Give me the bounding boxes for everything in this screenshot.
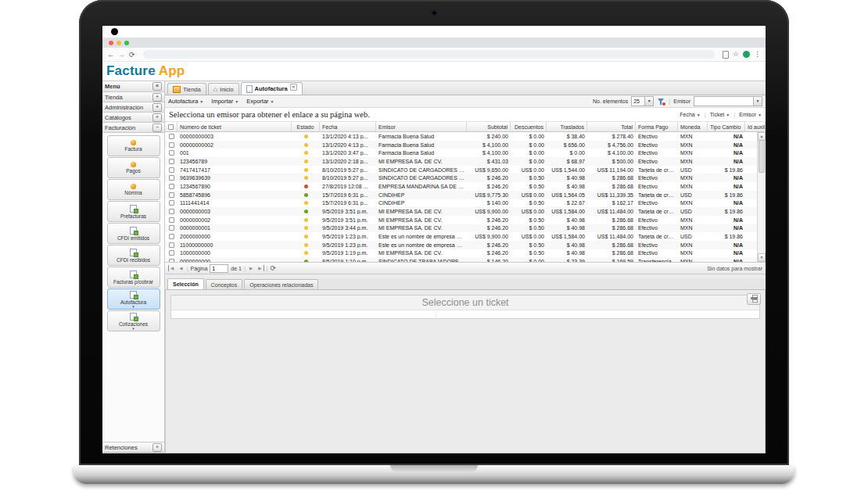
table-row[interactable]: 12345678913/1/2020 2:18 p...MI EMPRESA S…: [165, 157, 757, 166]
table-row[interactable]: 585874589615/7/2019 6:31 p...CINDIHEPUS$…: [165, 191, 757, 199]
bookmark-star-icon[interactable]: ☆: [733, 51, 739, 58]
select-all-checkbox[interactable]: [165, 122, 178, 131]
tab-autofactura[interactable]: Autofactura×: [241, 82, 303, 95]
sidebar-item-nomina[interactable]: Nómina: [107, 179, 160, 200]
table-row[interactable]: 74174174178/10/2019 5:27 p...SINDICATO D…: [165, 166, 757, 174]
row-checkbox[interactable]: [165, 184, 178, 189]
menu-exportar[interactable]: Exportar▼: [246, 98, 274, 105]
toggle-icon[interactable]: +: [152, 113, 162, 122]
page-number-input[interactable]: [210, 264, 228, 273]
clear-filter-icon[interactable]: [657, 98, 665, 106]
sidebar-section-retenciones[interactable]: Retenciones +: [102, 442, 164, 453]
menu-autofactura[interactable]: Autofactura▼: [168, 98, 203, 105]
tab-tienda[interactable]: Tienda: [167, 83, 206, 95]
tab-operaciones-relacionadas[interactable]: Operaciones relacionadas: [244, 279, 318, 289]
sidebar-item-facturas-p-cobrar[interactable]: Facturas p/cobrar: [107, 267, 160, 288]
toggle-icon[interactable]: +: [152, 93, 162, 102]
column-header-emisor[interactable]: Emisor: [376, 122, 467, 131]
row-checkbox[interactable]: [165, 217, 178, 223]
row-checkbox[interactable]: [165, 242, 178, 248]
tab-conceptos[interactable]: Conceptos: [206, 279, 242, 289]
row-checkbox[interactable]: [165, 209, 178, 214]
prev-page-button[interactable]: ◀: [178, 265, 184, 271]
sidebar-section-tienda[interactable]: Tienda+: [102, 92, 164, 102]
table-row[interactable]: 0000000000213/1/2020 4:13 p...Farmacia B…: [165, 141, 757, 149]
scroll-thumb[interactable]: [759, 140, 765, 173]
first-page-button[interactable]: ◀: [168, 265, 175, 271]
row-checkbox[interactable]: [165, 225, 178, 231]
table-row[interactable]: 00000000029/5/2019 3:51 p.m.MI EMPRESA S…: [165, 216, 757, 224]
scroll-down-icon[interactable]: ▼: [758, 253, 766, 262]
table-row[interactable]: 10000000009/5/2019 1:19 p.m.MI EMPRESA S…: [165, 249, 757, 258]
tab-seleccion[interactable]: Selección: [167, 278, 204, 289]
tab-inicio[interactable]: ⌂Inicio: [208, 83, 239, 95]
collapse-sidebar-button[interactable]: «: [152, 82, 162, 91]
column-header-estado[interactable]: Estado: [292, 122, 320, 131]
profile-avatar[interactable]: [743, 51, 750, 58]
sidebar-item-autofactura[interactable]: Autofactura▾: [107, 288, 160, 310]
column-header-subtotal[interactable]: Subtotal: [467, 122, 511, 131]
column-header-fecha[interactable]: Fecha: [320, 122, 376, 131]
page-size-select[interactable]: 25 ▼: [631, 96, 654, 106]
column-header-id-auxiliar[interactable]: Id auxiliar: [745, 122, 766, 131]
sort-fecha[interactable]: Fecha▼: [680, 112, 700, 117]
row-checkbox[interactable]: [165, 134, 178, 139]
emisor-combobox[interactable]: ▼: [694, 96, 762, 106]
grid-scrollbar[interactable]: ▲ ▼: [757, 132, 766, 262]
column-header-total[interactable]: Total: [587, 122, 636, 131]
table-row[interactable]: 00000000039/5/2019 3:51 p.m.MI EMPRESA S…: [165, 207, 757, 216]
column-header-descuentos[interactable]: Descuentos: [511, 122, 547, 131]
row-checkbox[interactable]: [165, 159, 178, 164]
table-row[interactable]: 123456789027/8/2019 12:08 ...EMPRESA MAN…: [165, 182, 757, 191]
toggle-icon[interactable]: +: [152, 103, 162, 112]
tab-close-icon[interactable]: ×: [290, 84, 297, 91]
chevron-down-icon[interactable]: ▼: [644, 97, 653, 106]
back-icon[interactable]: ←: [107, 51, 114, 59]
table-row[interactable]: 00113/1/2020 3:47 p...Farmacia Buena Sal…: [165, 149, 757, 157]
table-row[interactable]: 20000000009/5/2019 1:23 p.m.Este es un n…: [165, 232, 757, 241]
sidebar-item-cfdi-recibidos[interactable]: CFDI recibidos: [107, 245, 160, 266]
share-icon[interactable]: [723, 51, 729, 59]
refresh-grid-icon[interactable]: ⟳: [271, 265, 277, 272]
sidebar-section-administracion[interactable]: Administración+: [102, 102, 164, 113]
column-header-tipo-cambio[interactable]: Tipo Cambio: [708, 122, 745, 131]
sidebar-item-prefacturas[interactable]: Prefacturas: [107, 201, 160, 222]
next-page-button[interactable]: ▶: [248, 265, 254, 271]
row-checkbox[interactable]: [165, 175, 178, 181]
row-checkbox[interactable]: [165, 150, 178, 156]
table-row[interactable]: 96396396398/10/2019 5:27 p...SINDICATO D…: [165, 174, 757, 182]
forward-icon[interactable]: →: [118, 51, 125, 59]
print-button[interactable]: [747, 293, 761, 305]
address-bar[interactable]: [143, 50, 715, 59]
row-checkbox[interactable]: [165, 167, 178, 173]
table-row[interactable]: 00000000019/5/2019 3:44 p.m.MI EMPRESA S…: [165, 224, 757, 233]
table-row[interactable]: 111144141415/7/2019 6:31 p...CINDIHEP$ 1…: [165, 199, 757, 208]
toggle-icon[interactable]: −: [152, 124, 162, 132]
row-checkbox[interactable]: [165, 200, 178, 206]
row-checkbox[interactable]: [165, 234, 178, 239]
close-window-button[interactable]: [109, 41, 113, 45]
row-checkbox[interactable]: [165, 250, 178, 256]
row-checkbox[interactable]: [165, 259, 178, 262]
column-header-numero-de-ticket[interactable]: Número de ticket: [178, 122, 292, 131]
sidebar-item-cfdi-emitidos[interactable]: CFDI emitidos: [107, 223, 160, 244]
menu-importar[interactable]: Importar▼: [211, 98, 239, 105]
last-page-button[interactable]: ▶: [256, 265, 264, 271]
table-row[interactable]: 00000000008/5/2019 1:10 p.m.SINDICATO DE…: [165, 257, 757, 262]
chevron-down-icon[interactable]: ▼: [753, 97, 762, 106]
minimize-window-button[interactable]: [117, 41, 121, 45]
sidebar-item-pagos[interactable]: Pagos: [107, 157, 160, 178]
row-checkbox[interactable]: [165, 192, 178, 198]
expand-icon[interactable]: +: [152, 443, 162, 452]
table-row[interactable]: 110000000009/5/2019 1:23 p.m.Este es un …: [165, 241, 757, 249]
sidebar-item-cotizaciones[interactable]: Cotizaciones▾: [107, 310, 160, 331]
zoom-window-button[interactable]: [124, 41, 129, 45]
sidebar-section-catalogos[interactable]: Catálogos+: [102, 113, 164, 123]
column-header-traslados[interactable]: Traslados: [547, 122, 587, 131]
sidebar-section-facturacion[interactable]: Facturación−: [102, 123, 164, 133]
row-checkbox[interactable]: [165, 142, 178, 148]
sidebar-item-factura[interactable]: Factura: [107, 135, 160, 156]
sort-emisor[interactable]: Emisor▼: [739, 112, 762, 117]
sort-ticket[interactable]: Ticket▼: [710, 112, 730, 117]
column-header-moneda[interactable]: Moneda: [678, 122, 708, 131]
